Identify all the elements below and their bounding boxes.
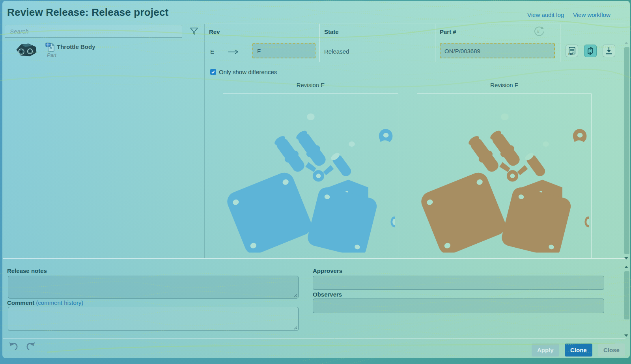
release-notes-label: Release notes [7,267,47,274]
row-border [3,62,625,62]
list-item-type: Part [47,52,56,58]
release-notes-textarea[interactable] [8,276,299,299]
search-input[interactable] [5,25,182,38]
compare-icon [586,47,595,55]
clone-button[interactable]: Clone [565,343,592,357]
revision-f-viewport[interactable] [417,93,592,258]
download-button[interactable] [603,45,615,57]
col-header-part: Part # [440,28,456,35]
revision-e-viewport[interactable] [223,93,398,258]
filter-icon[interactable] [189,27,199,36]
view-audit-log-link[interactable]: View audit log [527,11,564,18]
revision-f-caption: Revision F [417,82,592,88]
revision-e-cad-model [226,99,395,253]
compare-revisions-button[interactable] [584,45,597,57]
col-divider-1 [319,24,320,62]
only-show-differences-label[interactable]: Only show differences [219,69,277,75]
comment-history-link[interactable]: (comment history) [36,299,83,306]
resize-handle-icon[interactable] [293,326,297,330]
resize-handle-icon[interactable] [293,293,297,297]
check-icon [211,70,215,74]
footer-divider [3,338,625,339]
svg-text:#: # [537,28,540,34]
scroll-down-arrow-form[interactable] [624,334,628,337]
revision-e-caption: Revision E [223,82,398,88]
notes-icon: On [568,47,576,56]
main-divider [3,258,625,259]
approvers-wrap [313,276,604,290]
scrollbar-thumb-form[interactable] [624,271,629,319]
download-icon [605,47,613,55]
scrollbar-thumb-main[interactable] [624,47,629,254]
redo-icon[interactable] [25,342,36,351]
close-button[interactable]: Close [598,343,625,357]
regenerate-number-icon[interactable]: # [533,25,545,37]
only-show-differences-checkbox[interactable] [210,69,216,75]
list-item-title[interactable]: Throttle Body [57,43,95,50]
svg-text:On: On [568,52,573,56]
page-title: Review Release: Release project [7,6,168,19]
table-top-border [204,24,625,24]
revision-f-cad-model [420,99,589,253]
scroll-up-arrow-form[interactable] [624,266,628,268]
state-value: Released [324,48,349,55]
undo-icon[interactable] [8,342,19,351]
rev-from: E [210,48,214,55]
header-row-border [204,40,625,40]
comment-label: Comment (comment history) [7,299,83,306]
apply-button[interactable]: Apply [532,343,559,357]
notes-button[interactable]: On [566,45,578,57]
view-workflow-link[interactable]: View workflow [573,11,610,18]
observers-label: Observers [313,291,342,298]
part-number-input[interactable] [440,43,555,58]
review-release-dialog: Review Release: Release project View aud… [2,1,630,358]
panel-divider [204,24,205,258]
part-thumbnail[interactable] [15,41,38,58]
rev-to-input[interactable] [252,43,316,58]
approvers-input[interactable] [313,276,604,290]
comment-label-text: Comment [7,299,34,306]
col-header-state: State [324,28,339,35]
col-divider-2 [435,24,435,62]
part-type-icon [45,42,55,52]
comment-wrap [8,307,299,331]
rev-arrow-icon [227,49,239,54]
approvers-label: Approvers [313,267,342,274]
col-divider-3 [560,24,560,62]
scroll-up-arrow-main[interactable] [624,42,628,44]
col-header-rev: Rev [209,28,220,35]
observers-input[interactable] [313,299,604,313]
comment-textarea[interactable] [8,307,299,331]
release-notes-wrap [8,276,299,299]
scroll-down-arrow-main[interactable] [624,257,628,259]
observers-wrap [313,299,604,313]
